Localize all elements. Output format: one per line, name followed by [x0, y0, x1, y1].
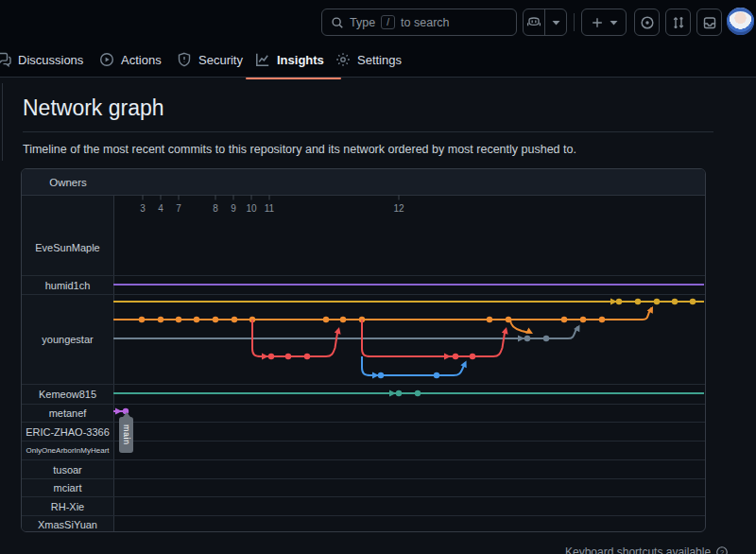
page-title: Network graph — [23, 95, 164, 121]
owner-label-mciart[interactable]: mciart — [22, 479, 114, 496]
owner-label-OnlyOneArborInMyHeart[interactable]: OnlyOneArborInMyHeart — [22, 441, 114, 459]
table-header-row: Owners — [22, 169, 705, 196]
copilot-icon — [524, 9, 544, 35]
graph-cell — [114, 479, 705, 496]
commit-dot[interactable] — [232, 317, 237, 322]
security-icon — [177, 52, 192, 67]
graph-cell — [114, 460, 705, 478]
tab-discussions[interactable]: Discussions — [0, 43, 85, 77]
commit-dot[interactable] — [654, 299, 660, 304]
network-row: RH-Xie — [22, 496, 705, 515]
title-divider — [23, 131, 713, 132]
network-row: XmasSiYuan — [22, 515, 705, 532]
create-new-button[interactable] — [581, 9, 627, 36]
copilot-dropdown[interactable] — [544, 9, 566, 35]
tab-actions[interactable]: Actions — [97, 43, 163, 77]
header-divider — [574, 13, 575, 31]
owner-label-ERIC-ZHAO-3366[interactable]: ERIC-ZHAO-3366 — [22, 423, 114, 441]
graph-cell — [114, 385, 705, 404]
issues-button[interactable] — [634, 9, 660, 36]
tab-label: Discussions — [18, 53, 83, 67]
commit-dot[interactable] — [359, 317, 365, 322]
pull-request-icon — [671, 15, 686, 30]
commit-dot[interactable] — [470, 354, 475, 359]
graph-cell — [114, 441, 705, 459]
commit-dot[interactable] — [268, 354, 274, 359]
commit-dot[interactable] — [194, 317, 199, 322]
network-row: Kemeow815 — [22, 384, 705, 404]
network-row: mciart — [22, 478, 705, 496]
commit-dot[interactable] — [139, 317, 145, 322]
settings-icon — [335, 52, 351, 67]
commit-dot[interactable] — [580, 317, 586, 322]
repo-nav-tabs: DiscussionsActionsSecurityInsightsSettin… — [0, 43, 756, 78]
slash-key-hint: / — [381, 15, 395, 29]
tab-settings[interactable]: Settings — [334, 43, 404, 77]
search-input[interactable]: Type / to search — [321, 9, 517, 36]
discussions-icon — [0, 52, 11, 67]
commit-dot[interactable] — [524, 336, 530, 341]
content-left-border — [2, 83, 3, 161]
commit-dot[interactable] — [396, 390, 402, 396]
graph-cell — [114, 295, 705, 384]
commit-dot[interactable] — [304, 354, 310, 359]
chevron-down-icon — [610, 20, 618, 26]
graph-cell — [114, 423, 705, 441]
commit-dot[interactable] — [672, 299, 678, 304]
owner-label-RH-Xie[interactable]: RH-Xie — [22, 497, 114, 515]
insights-icon — [255, 52, 270, 67]
commit-dot[interactable] — [690, 299, 696, 304]
network-row: youngestar — [22, 294, 705, 384]
chevron-down-icon — [552, 20, 560, 26]
search-placeholder-prefix: Type — [350, 16, 375, 29]
avatar[interactable] — [727, 8, 754, 35]
keyboard-shortcuts-hint[interactable]: Keyboard shortcuts available ? — [565, 545, 729, 554]
commit-dot[interactable] — [285, 354, 291, 359]
tab-label: Actions — [121, 53, 162, 67]
inbox-button[interactable] — [696, 9, 722, 36]
issue-opened-icon — [640, 15, 655, 30]
commit-dot[interactable] — [599, 317, 605, 322]
owner-label-Kemeow815[interactable]: Kemeow815 — [22, 385, 114, 404]
branch-label-main: main — [119, 417, 133, 453]
search-icon — [331, 16, 344, 29]
tab-insights[interactable]: Insights — [253, 43, 326, 77]
commit-dot[interactable] — [543, 336, 549, 341]
commit-dot[interactable] — [323, 317, 329, 322]
commit-dot[interactable] — [213, 317, 218, 322]
tab-security[interactable]: Security — [175, 43, 245, 77]
graph-cell — [114, 497, 705, 515]
search-placeholder-suffix: to search — [401, 16, 449, 29]
commit-dot[interactable] — [487, 317, 492, 322]
commit-dot[interactable] — [415, 390, 421, 396]
network-row: tusoar — [22, 459, 705, 478]
commit-dot[interactable] — [158, 317, 163, 322]
commit-dot[interactable] — [249, 317, 255, 322]
owners-column-header: Owners — [22, 177, 114, 188]
owner-label-tusoar[interactable]: tusoar — [22, 460, 114, 478]
commit-dot[interactable] — [378, 372, 384, 378]
owner-label-humid1ch[interactable]: humid1ch — [22, 276, 114, 294]
graph-cell — [114, 196, 705, 275]
pull-requests-button[interactable] — [665, 9, 691, 36]
network-row: humid1ch — [22, 275, 705, 294]
commit-dot[interactable] — [561, 317, 567, 322]
commit-dot[interactable] — [434, 372, 439, 378]
owner-label-metanef[interactable]: metanef — [22, 405, 114, 422]
plus-icon — [591, 16, 604, 29]
tab-label: Settings — [357, 53, 402, 67]
owner-label-XmasSiYuan[interactable]: XmasSiYuan — [22, 516, 114, 532]
owner-label-EveSunMaple[interactable]: EveSunMaple — [22, 196, 114, 275]
commit-dot[interactable] — [616, 299, 622, 304]
svg-text:?: ? — [720, 548, 724, 554]
commit-dot[interactable] — [453, 354, 458, 359]
graph-cell — [114, 276, 705, 294]
owner-label-youngestar[interactable]: youngestar — [22, 295, 114, 384]
commit-dot[interactable] — [340, 317, 346, 322]
tab-label: Insights — [277, 53, 324, 67]
commit-dot[interactable] — [176, 317, 181, 322]
commit-dot[interactable] — [635, 299, 641, 304]
graph-cell — [114, 405, 705, 422]
copilot-button[interactable] — [523, 9, 567, 36]
commit-dot[interactable] — [506, 317, 511, 322]
